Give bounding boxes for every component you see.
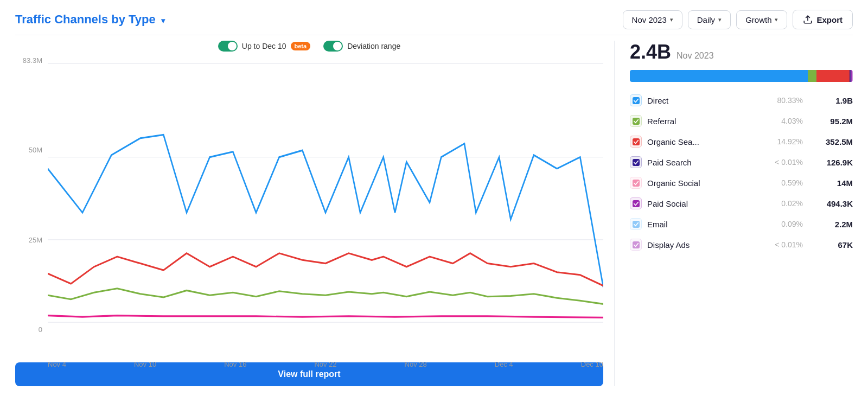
channel-name: Paid Social: [647, 199, 765, 208]
period-dropdown[interactable]: Nov 2023 ▾: [623, 10, 682, 29]
channel-row: Organic Sea... 14.92% 352.5M: [630, 132, 853, 151]
channel-row: Email 0.09% 2.2M: [630, 214, 853, 234]
toggle-upto-dec: Up to Dec 10 beta: [218, 41, 310, 52]
channel-val: 126.9K: [809, 158, 853, 167]
chart-legend: Up to Dec 10 beta Deviation range: [15, 41, 603, 52]
svg-rect-7: [633, 138, 640, 145]
total-header: 2.4B Nov 2023: [630, 41, 853, 63]
channel-row: Paid Search < 0.01% 126.9K: [630, 152, 853, 172]
svg-rect-9: [633, 180, 640, 187]
header-divider: [15, 35, 853, 35]
channel-check: [630, 197, 642, 209]
check-icon: [633, 118, 640, 125]
channel-val: 14M: [809, 178, 853, 188]
export-label: Export: [816, 15, 843, 24]
channel-pct: 80.33%: [765, 96, 803, 105]
svg-rect-11: [633, 221, 640, 228]
channel-list: Direct 80.33% 1.9B Referral 4.03% 95.2M …: [630, 91, 853, 254]
check-icon: [633, 200, 640, 207]
channel-row: Referral 4.03% 95.2M: [630, 111, 853, 131]
bar-organic-search: [816, 70, 850, 82]
channel-row: Display Ads < 0.01% 67K: [630, 235, 853, 254]
channel-row: Paid Social 0.02% 494.3K: [630, 194, 853, 213]
chart-area: 83.3M 50M 25M 0: [15, 57, 603, 355]
export-button[interactable]: Export: [793, 10, 853, 29]
deviation-label: Deviation range: [347, 42, 400, 50]
total-number: 2.4B: [630, 41, 671, 63]
period-label: Nov 2023: [632, 15, 667, 24]
beta-badge: beta: [291, 42, 311, 50]
metric-dropdown[interactable]: Growth ▾: [736, 10, 787, 29]
x-label-dec4: Dec 4: [495, 360, 513, 368]
frequency-chevron-icon: ▾: [718, 16, 722, 23]
channel-val: 95.2M: [809, 117, 853, 126]
line-chart: [48, 57, 603, 355]
channel-name: Organic Sea...: [647, 137, 765, 146]
y-label-mid2: 25M: [29, 237, 42, 244]
right-panel: 2.4B Nov 2023 Direct 80.33% 1.9B: [614, 41, 853, 386]
x-label-nov16: Nov 16: [224, 360, 246, 368]
svg-rect-10: [633, 200, 640, 207]
channel-row: Direct 80.33% 1.9B: [630, 91, 853, 110]
channel-pct: 0.59%: [765, 178, 803, 187]
channel-pct: < 0.01%: [765, 240, 803, 249]
check-icon: [633, 221, 640, 228]
channel-val: 494.3K: [809, 199, 853, 208]
title-dropdown-arrow[interactable]: ▾: [161, 16, 165, 25]
channel-check: [630, 218, 642, 230]
svg-rect-8: [633, 159, 640, 166]
x-label-nov4: Nov 4: [48, 360, 66, 368]
upto-dec-label: Up to Dec 10: [242, 42, 286, 50]
channel-check: [630, 156, 642, 168]
bar-direct: [630, 70, 808, 82]
channel-pct: 0.09%: [765, 220, 803, 228]
y-label-mid1: 50M: [29, 146, 42, 154]
channel-check: [630, 115, 642, 127]
channel-val: 1.9B: [809, 96, 853, 105]
y-axis: 83.3M 50M 25M 0: [15, 57, 47, 333]
channel-name: Paid Search: [647, 158, 765, 167]
period-chevron-icon: ▾: [670, 16, 673, 23]
export-icon: [803, 15, 813, 24]
svg-rect-6: [633, 118, 640, 125]
frequency-label: Daily: [697, 15, 715, 24]
channel-pct: 4.03%: [765, 117, 803, 125]
toggle-deviation: Deviation range: [323, 41, 400, 52]
svg-rect-12: [633, 241, 640, 248]
title-highlight: Type: [129, 12, 156, 26]
stacked-bar: [630, 70, 853, 82]
y-label-bottom: 0: [39, 326, 42, 333]
y-label-top: 83.3M: [23, 57, 42, 64]
frequency-dropdown[interactable]: Daily ▾: [688, 10, 731, 29]
metric-chevron-icon: ▾: [775, 16, 778, 23]
channel-check: [630, 136, 642, 148]
channel-val: 67K: [809, 240, 853, 250]
bar-display-ads: [852, 70, 853, 82]
x-label-nov22: Nov 22: [314, 360, 336, 368]
channel-row: Organic Social 0.59% 14M: [630, 173, 853, 193]
channel-check: [630, 177, 642, 189]
channel-pct: < 0.01%: [765, 158, 803, 167]
check-icon: [633, 180, 640, 187]
channel-val: 2.2M: [809, 220, 853, 229]
check-icon: [633, 159, 640, 166]
channel-name: Organic Social: [647, 178, 765, 188]
metric-label: Growth: [745, 15, 771, 24]
channel-val: 352.5M: [809, 137, 853, 146]
bar-referral: [808, 70, 816, 82]
check-icon: [633, 241, 640, 248]
x-label-nov28: Nov 28: [405, 360, 427, 368]
channel-check: [630, 94, 642, 106]
deviation-toggle[interactable]: [323, 41, 343, 52]
svg-rect-5: [633, 97, 640, 104]
check-icon: [633, 97, 640, 104]
chart-section: Up to Dec 10 beta Deviation range 83.3M …: [15, 41, 614, 386]
channel-check: [630, 239, 642, 251]
channel-name: Direct: [647, 96, 765, 105]
channel-name: Referral: [647, 117, 765, 126]
upto-dec-toggle[interactable]: [218, 41, 238, 52]
channel-name: Display Ads: [647, 240, 765, 250]
channel-pct: 0.02%: [765, 199, 803, 208]
x-label-dec10: Dec 10: [581, 360, 603, 368]
channel-pct: 14.92%: [765, 137, 803, 146]
